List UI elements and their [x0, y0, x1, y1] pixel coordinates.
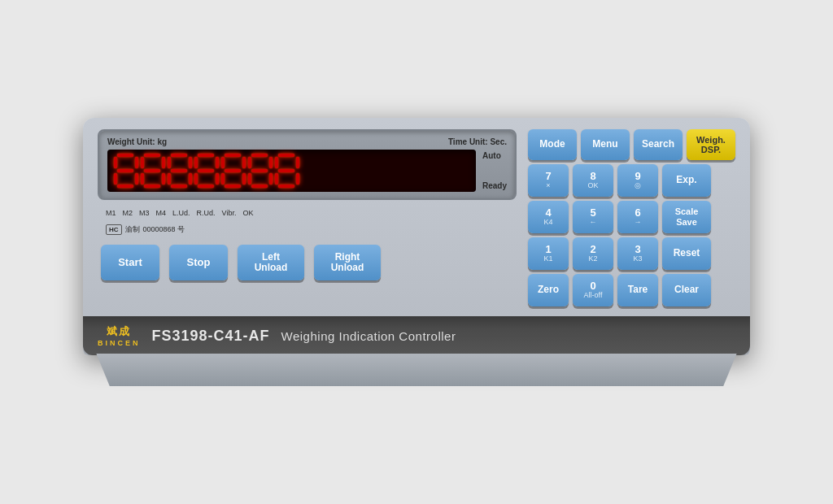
status-m1: M1 — [106, 209, 116, 217]
serial-number: 00000868 号 — [143, 224, 185, 235]
left-unload-button[interactable]: Left Unload — [238, 245, 304, 280]
key-8-main: 8 — [590, 171, 595, 182]
led-digit-5 — [221, 154, 246, 188]
display-labels-row: Weight Unit: kg Time Unit: Sec. — [107, 137, 507, 146]
scale-save-button[interactable]: Scale Save — [662, 201, 711, 233]
status-lud: L.Ud. — [172, 209, 190, 217]
stop-label: Stop — [187, 257, 211, 268]
key-3-button[interactable]: 3 K3 — [617, 237, 658, 270]
zero-button[interactable]: Zero — [528, 274, 569, 306]
controller-top-panel: Weight Unit: kg Time Unit: Sec. — [83, 118, 750, 316]
weigh-dsp-button[interactable]: Weigh. DSP. — [687, 129, 735, 160]
key-6-main: 6 — [635, 207, 640, 219]
key-0-sub: All-off — [584, 292, 603, 300]
key-4-main: 4 — [545, 207, 551, 219]
keypad-section: Mode Menu Search Weigh. DSP. — [528, 129, 735, 306]
key-9-sub: ◎ — [635, 182, 641, 190]
key-8-sub: OK — [587, 182, 598, 190]
status-m2: M2 — [123, 209, 133, 217]
hc-badge-row: HC 渝制 00000868 号 — [98, 224, 517, 238]
key-7-sub: × — [546, 182, 550, 190]
controller-wrapper: Weight Unit: kg Time Unit: Sec. — [83, 118, 750, 386]
status-vibr: Vibr. — [222, 209, 237, 217]
key-2-sub: K2 — [588, 255, 597, 263]
auto-label: Auto — [482, 151, 507, 160]
status-indicators-row: M1 M2 M3 M4 L.Ud. R.Ud. Vibr. OK — [98, 205, 517, 217]
led-digit-6 — [248, 154, 273, 188]
led-digit-3 — [168, 154, 192, 188]
key-3-main: 3 — [635, 244, 640, 255]
status-m3: M3 — [139, 209, 150, 217]
main-panel-row: Weight Unit: kg Time Unit: Sec. — [98, 129, 735, 306]
right-unload-label: Right Unload — [331, 252, 364, 273]
keypad-row-789: 7 × 8 OK 9 ◎ Exp. — [528, 164, 735, 197]
key-8-button[interactable]: 8 OK — [573, 164, 613, 197]
key-3-sub: K3 — [633, 255, 642, 263]
status-m4: M4 — [156, 209, 167, 217]
weigh-dsp-label: Weigh. DSP. — [696, 135, 726, 154]
key-6-sub: → — [635, 219, 642, 227]
tare-button[interactable]: Tare — [617, 274, 658, 306]
right-unload-button[interactable]: Right Unload — [314, 245, 381, 280]
key-7-button[interactable]: 7 × — [528, 164, 569, 197]
start-label: Start — [118, 257, 142, 268]
start-button[interactable]: Start — [101, 245, 159, 280]
led-digit-4 — [194, 154, 219, 188]
key-5-sub: ← — [590, 219, 597, 227]
key-2-main: 2 — [590, 244, 595, 255]
serial-label: 渝制 — [125, 224, 140, 235]
key-7-main: 7 — [545, 171, 551, 182]
key-5-main: 5 — [590, 207, 595, 219]
mode-button[interactable]: Mode — [528, 129, 577, 160]
keypad-row-456: 4 K4 5 ← 6 → Scale Save — [528, 201, 735, 233]
brand-logo: 斌成 BINCEN — [98, 324, 141, 347]
weight-unit-label: Weight Unit: kg — [107, 137, 167, 146]
menu-button[interactable]: Menu — [581, 129, 630, 160]
key-2-button[interactable]: 2 K2 — [573, 237, 613, 270]
auto-ready-indicators: Auto Ready — [482, 150, 507, 192]
display-row: Auto Ready — [107, 150, 507, 192]
key-9-main: 9 — [635, 171, 640, 182]
key-6-button[interactable]: 6 → — [617, 201, 658, 233]
tare-label: Tare — [628, 285, 648, 295]
key-1-sub: K1 — [543, 255, 552, 263]
model-number: FS3198-C41-AF — [152, 328, 270, 345]
controller-body: Weight Unit: kg Time Unit: Sec. — [83, 118, 750, 355]
keypad-row-zero: Zero 0 All-off Tare Clear — [528, 274, 735, 306]
key-4-sub: K4 — [543, 219, 552, 227]
display-section: Weight Unit: kg Time Unit: Sec. — [98, 129, 517, 200]
key-4-button[interactable]: 4 K4 — [528, 201, 569, 233]
reset-button[interactable]: Reset — [662, 237, 711, 270]
brand-english: BINCEN — [98, 339, 141, 347]
search-button[interactable]: Search — [634, 129, 683, 160]
controller-bottom-strip: 斌成 BINCEN FS3198-C41-AF Weighing Indicat… — [83, 316, 750, 355]
clear-button[interactable]: Clear — [662, 274, 711, 306]
menu-label: Menu — [592, 139, 617, 150]
keypad-row-top: Mode Menu Search Weigh. DSP. — [528, 129, 735, 160]
exp-button[interactable]: Exp. — [662, 164, 711, 197]
clear-label: Clear — [674, 285, 699, 295]
time-unit-label: Time Unit: Sec. — [448, 137, 507, 146]
key-1-main: 1 — [545, 244, 551, 255]
keypad-row-123: 1 K1 2 K2 3 K3 Reset — [528, 237, 735, 270]
led-digit-2 — [141, 154, 165, 188]
exp-label: Exp. — [676, 175, 696, 185]
led-digits — [114, 154, 299, 188]
key-0-button[interactable]: 0 All-off — [573, 274, 613, 306]
controller-base-stand — [83, 354, 750, 386]
model-description: Weighing Indication Controller — [281, 329, 456, 343]
led-digit-1 — [114, 154, 138, 188]
hc-box: HC — [106, 224, 122, 235]
key-5-button[interactable]: 5 ← — [573, 201, 613, 233]
bottom-action-buttons: Start Stop Left Unload Right Unload — [98, 245, 517, 282]
zero-label: Zero — [538, 285, 559, 295]
key-0-main: 0 — [590, 280, 595, 292]
search-label: Search — [642, 139, 674, 150]
key-9-button[interactable]: 9 ◎ — [617, 164, 658, 197]
display-and-controls: Weight Unit: kg Time Unit: Sec. — [98, 129, 517, 282]
stop-button[interactable]: Stop — [169, 245, 228, 280]
mode-label: Mode — [539, 139, 565, 150]
key-1-button[interactable]: 1 K1 — [528, 237, 569, 270]
led-display — [107, 150, 476, 192]
status-ok: OK — [242, 209, 253, 217]
